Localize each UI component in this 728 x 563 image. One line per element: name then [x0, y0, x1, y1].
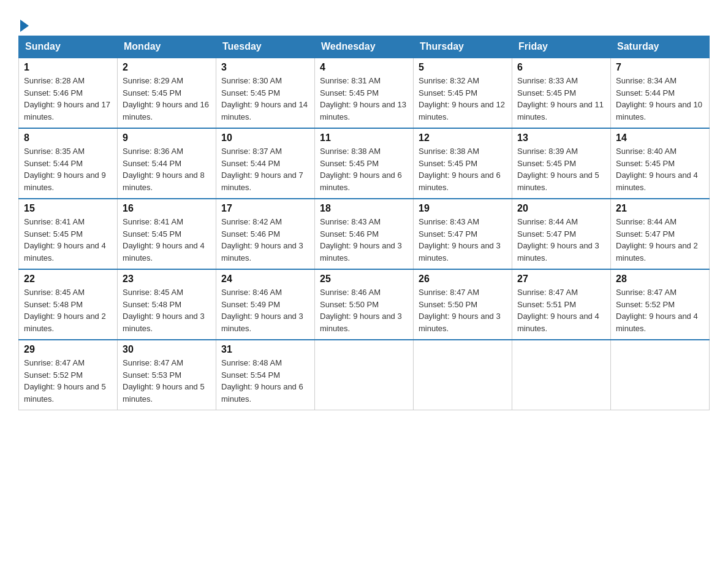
day-number: 29 — [24, 344, 112, 355]
calendar-cell: 10 Sunrise: 8:37 AMSunset: 5:44 PMDaylig… — [216, 128, 315, 199]
day-number: 7 — [616, 62, 704, 73]
day-info: Sunrise: 8:46 AMSunset: 5:49 PMDaylight:… — [221, 286, 309, 334]
weekday-header-friday: Friday — [512, 36, 611, 58]
day-info: Sunrise: 8:32 AMSunset: 5:45 PMDaylight:… — [419, 75, 507, 123]
day-info: Sunrise: 8:43 AMSunset: 5:47 PMDaylight:… — [419, 216, 507, 264]
day-number: 22 — [24, 274, 112, 285]
day-info: Sunrise: 8:47 AMSunset: 5:51 PMDaylight:… — [517, 286, 605, 334]
calendar-cell: 2 Sunrise: 8:29 AMSunset: 5:45 PMDayligh… — [118, 58, 216, 128]
weekday-header-thursday: Thursday — [414, 36, 512, 58]
calendar-cell: 8 Sunrise: 8:35 AMSunset: 5:44 PMDayligh… — [19, 128, 118, 199]
calendar-cell — [315, 340, 414, 410]
weekday-header-sunday: Sunday — [19, 36, 118, 58]
weekday-header-row: SundayMondayTuesdayWednesdayThursdayFrid… — [19, 36, 710, 58]
day-number: 26 — [419, 274, 507, 285]
day-number: 31 — [221, 344, 309, 355]
calendar-cell: 26 Sunrise: 8:47 AMSunset: 5:50 PMDaylig… — [414, 269, 512, 340]
day-number: 3 — [221, 62, 309, 73]
calendar-cell: 23 Sunrise: 8:45 AMSunset: 5:48 PMDaylig… — [118, 269, 216, 340]
logo — [18, 17, 29, 29]
day-info: Sunrise: 8:30 AMSunset: 5:45 PMDaylight:… — [221, 75, 309, 123]
day-info: Sunrise: 8:41 AMSunset: 5:45 PMDaylight:… — [123, 216, 211, 264]
day-info: Sunrise: 8:37 AMSunset: 5:44 PMDaylight:… — [221, 145, 309, 193]
day-info: Sunrise: 8:31 AMSunset: 5:45 PMDaylight:… — [320, 75, 408, 123]
day-number: 6 — [517, 62, 605, 73]
calendar-cell: 5 Sunrise: 8:32 AMSunset: 5:45 PMDayligh… — [414, 58, 512, 128]
calendar-cell: 17 Sunrise: 8:42 AMSunset: 5:46 PMDaylig… — [216, 199, 315, 269]
day-info: Sunrise: 8:40 AMSunset: 5:45 PMDaylight:… — [616, 145, 704, 193]
day-number: 4 — [320, 62, 408, 73]
calendar-cell — [414, 340, 512, 410]
day-number: 2 — [123, 62, 211, 73]
day-info: Sunrise: 8:45 AMSunset: 5:48 PMDaylight:… — [24, 286, 112, 334]
day-number: 5 — [419, 62, 507, 73]
day-info: Sunrise: 8:39 AMSunset: 5:45 PMDaylight:… — [517, 145, 605, 193]
calendar-cell: 9 Sunrise: 8:36 AMSunset: 5:44 PMDayligh… — [118, 128, 216, 199]
day-number: 12 — [419, 132, 507, 144]
calendar-cell: 22 Sunrise: 8:45 AMSunset: 5:48 PMDaylig… — [19, 269, 118, 340]
calendar-cell: 27 Sunrise: 8:47 AMSunset: 5:51 PMDaylig… — [512, 269, 611, 340]
calendar-cell: 7 Sunrise: 8:34 AMSunset: 5:44 PMDayligh… — [611, 58, 710, 128]
calendar-cell — [611, 340, 710, 410]
calendar-cell: 21 Sunrise: 8:44 AMSunset: 5:47 PMDaylig… — [611, 199, 710, 269]
day-info: Sunrise: 8:36 AMSunset: 5:44 PMDaylight:… — [123, 145, 211, 193]
calendar-cell: 29 Sunrise: 8:47 AMSunset: 5:52 PMDaylig… — [19, 340, 118, 410]
day-number: 14 — [616, 132, 704, 144]
weekday-header-monday: Monday — [118, 36, 216, 58]
calendar-cell: 6 Sunrise: 8:33 AMSunset: 5:45 PMDayligh… — [512, 58, 611, 128]
calendar-week-5: 29 Sunrise: 8:47 AMSunset: 5:52 PMDaylig… — [19, 340, 710, 410]
day-number: 17 — [221, 203, 309, 214]
calendar-cell: 14 Sunrise: 8:40 AMSunset: 5:45 PMDaylig… — [611, 128, 710, 199]
day-number: 1 — [24, 62, 112, 73]
day-info: Sunrise: 8:33 AMSunset: 5:45 PMDaylight:… — [517, 75, 605, 123]
day-number: 20 — [517, 203, 605, 214]
day-info: Sunrise: 8:46 AMSunset: 5:50 PMDaylight:… — [320, 286, 408, 334]
calendar-cell: 13 Sunrise: 8:39 AMSunset: 5:45 PMDaylig… — [512, 128, 611, 199]
day-number: 9 — [123, 132, 211, 144]
day-info: Sunrise: 8:38 AMSunset: 5:45 PMDaylight:… — [419, 145, 507, 193]
day-info: Sunrise: 8:42 AMSunset: 5:46 PMDaylight:… — [221, 216, 309, 264]
day-info: Sunrise: 8:47 AMSunset: 5:53 PMDaylight:… — [123, 357, 211, 405]
calendar-cell: 30 Sunrise: 8:47 AMSunset: 5:53 PMDaylig… — [118, 340, 216, 410]
day-info: Sunrise: 8:38 AMSunset: 5:45 PMDaylight:… — [320, 145, 408, 193]
weekday-header-saturday: Saturday — [611, 36, 710, 58]
calendar-cell: 31 Sunrise: 8:48 AMSunset: 5:54 PMDaylig… — [216, 340, 315, 410]
day-number: 15 — [24, 203, 112, 214]
calendar-cell: 19 Sunrise: 8:43 AMSunset: 5:47 PMDaylig… — [414, 199, 512, 269]
day-info: Sunrise: 8:29 AMSunset: 5:45 PMDaylight:… — [123, 75, 211, 123]
calendar-cell: 24 Sunrise: 8:46 AMSunset: 5:49 PMDaylig… — [216, 269, 315, 340]
calendar-cell: 11 Sunrise: 8:38 AMSunset: 5:45 PMDaylig… — [315, 128, 414, 199]
calendar-week-2: 8 Sunrise: 8:35 AMSunset: 5:44 PMDayligh… — [19, 128, 710, 199]
day-number: 25 — [320, 274, 408, 285]
calendar-cell: 16 Sunrise: 8:41 AMSunset: 5:45 PMDaylig… — [118, 199, 216, 269]
day-number: 24 — [221, 274, 309, 285]
day-info: Sunrise: 8:44 AMSunset: 5:47 PMDaylight:… — [616, 216, 704, 264]
day-info: Sunrise: 8:47 AMSunset: 5:52 PMDaylight:… — [24, 357, 112, 405]
day-info: Sunrise: 8:41 AMSunset: 5:45 PMDaylight:… — [24, 216, 112, 264]
day-info: Sunrise: 8:28 AMSunset: 5:46 PMDaylight:… — [24, 75, 112, 123]
day-number: 21 — [616, 203, 704, 214]
weekday-header-tuesday: Tuesday — [216, 36, 315, 58]
calendar-table: SundayMondayTuesdayWednesdayThursdayFrid… — [18, 36, 710, 410]
logo-arrow-icon — [20, 20, 29, 32]
page-header — [18, 12, 710, 29]
day-number: 19 — [419, 203, 507, 214]
weekday-header-wednesday: Wednesday — [315, 36, 414, 58]
calendar-cell: 1 Sunrise: 8:28 AMSunset: 5:46 PMDayligh… — [19, 58, 118, 128]
calendar-cell: 15 Sunrise: 8:41 AMSunset: 5:45 PMDaylig… — [19, 199, 118, 269]
calendar-cell: 18 Sunrise: 8:43 AMSunset: 5:46 PMDaylig… — [315, 199, 414, 269]
calendar-week-3: 15 Sunrise: 8:41 AMSunset: 5:45 PMDaylig… — [19, 199, 710, 269]
calendar-cell — [512, 340, 611, 410]
calendar-cell: 4 Sunrise: 8:31 AMSunset: 5:45 PMDayligh… — [315, 58, 414, 128]
calendar-week-4: 22 Sunrise: 8:45 AMSunset: 5:48 PMDaylig… — [19, 269, 710, 340]
calendar-cell: 25 Sunrise: 8:46 AMSunset: 5:50 PMDaylig… — [315, 269, 414, 340]
calendar-cell: 12 Sunrise: 8:38 AMSunset: 5:45 PMDaylig… — [414, 128, 512, 199]
day-info: Sunrise: 8:44 AMSunset: 5:47 PMDaylight:… — [517, 216, 605, 264]
day-info: Sunrise: 8:43 AMSunset: 5:46 PMDaylight:… — [320, 216, 408, 264]
day-info: Sunrise: 8:48 AMSunset: 5:54 PMDaylight:… — [221, 357, 309, 405]
day-number: 10 — [221, 132, 309, 144]
calendar-cell: 3 Sunrise: 8:30 AMSunset: 5:45 PMDayligh… — [216, 58, 315, 128]
calendar-cell: 20 Sunrise: 8:44 AMSunset: 5:47 PMDaylig… — [512, 199, 611, 269]
day-number: 28 — [616, 274, 704, 285]
day-number: 30 — [123, 344, 211, 355]
